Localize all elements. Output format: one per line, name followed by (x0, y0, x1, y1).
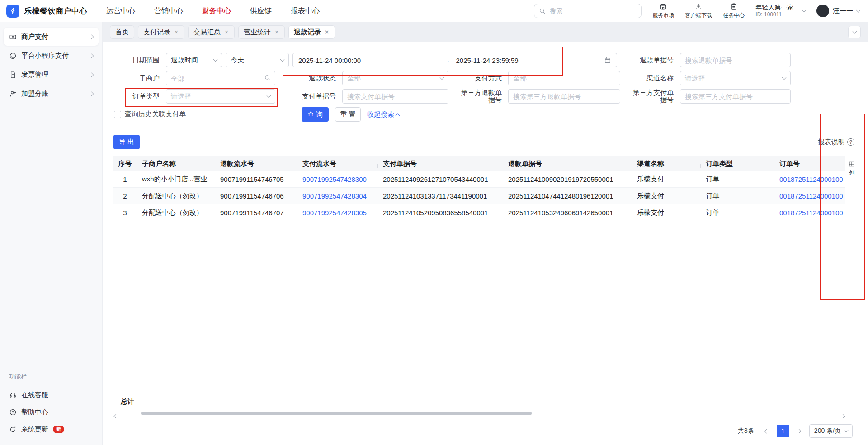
global-search[interactable] (534, 4, 642, 18)
tab-close-icon[interactable] (324, 29, 330, 35)
sidebar-footer: 功能栏 在线客服 帮助中心 系统更新 新 (0, 373, 102, 445)
tab-payment-records[interactable]: 支付记录 (138, 25, 184, 39)
sidebar-item-label: 发票管理 (21, 71, 48, 79)
sidebar-item-franchise-split[interactable]: 加盟分账 (4, 85, 99, 103)
sidebar-item-merchant-pay[interactable]: 商户支付 (4, 28, 99, 46)
pay-no-input[interactable] (342, 89, 448, 104)
sidebar: 商户支付 平台小程序支付 发票管理 加盟 (0, 22, 103, 445)
tab-close-icon[interactable] (274, 29, 279, 35)
nav-operations[interactable]: 运营中心 (106, 6, 135, 16)
order-type-select[interactable]: 订单类型 请选择 (166, 89, 275, 104)
avatar (816, 5, 829, 17)
sidebar-item-miniprogram-pay[interactable]: 平台小程序支付 (4, 47, 99, 65)
scroll-left-icon[interactable] (114, 412, 118, 419)
column-header: 退款流水号 (215, 160, 297, 168)
refund-status-label: 退款状态 (268, 71, 336, 85)
tab-business-stats[interactable]: 营业统计 (238, 25, 285, 39)
order-no-link[interactable]: 00187251124000100 (774, 209, 845, 217)
task-center-button[interactable]: 任务中心 (723, 3, 745, 19)
refund-serial-no: 90071991154746705 (215, 175, 297, 183)
sidebar-item-invoice[interactable]: 发票管理 (4, 66, 99, 84)
merchant-switcher[interactable]: 年轻人第一家... ID: 100011 (755, 4, 806, 19)
user-menu[interactable]: 汪一一 (816, 5, 860, 17)
nav-marketing[interactable]: 营销中心 (154, 6, 183, 16)
tab-label: 交易汇总 (193, 28, 221, 37)
help-icon (9, 408, 17, 416)
tab-close-icon[interactable] (174, 29, 179, 35)
sub-merchant-name: 分配送中心（勿改） (137, 192, 215, 200)
global-search-input[interactable] (549, 7, 637, 15)
table-row: 1 wxh的小小门店...营业 90071991154746705 900719… (113, 171, 845, 188)
next-page-button[interactable] (794, 425, 805, 437)
sidebar-item-label: 帮助中心 (21, 408, 48, 417)
chevron-down-icon (856, 8, 861, 13)
column-header: 支付流水号 (297, 160, 377, 168)
nav-reports[interactable]: 报表中心 (291, 6, 320, 16)
date-range-picker[interactable]: 2025-11-24 00:00:00 2025-11-24 23:59:59 (292, 53, 617, 67)
question-circle-icon (847, 138, 854, 146)
total-label: 总计 (113, 398, 134, 406)
sidebar-item-online-support[interactable]: 在线客服 (9, 386, 93, 403)
scrollbar-thumb[interactable] (141, 412, 532, 415)
client-download-button[interactable]: 客户端下载 (685, 3, 712, 19)
channel-select[interactable]: 渠道名称 请选择 (680, 71, 791, 85)
horizontal-scrollbar[interactable] (113, 410, 845, 417)
pay-method-label: 支付方式 (434, 71, 502, 85)
scroll-right-icon[interactable] (841, 412, 844, 419)
pay-serial-no-link[interactable]: 90071992547428300 (297, 175, 377, 183)
sub-merchant-field: 子商户 (166, 71, 275, 85)
prev-page-button[interactable] (761, 425, 772, 437)
chevron-down-icon (280, 57, 285, 62)
collapse-search-link[interactable]: 收起搜索 (367, 110, 399, 119)
search-button[interactable]: 查 询 (302, 107, 329, 122)
service-market-icon (659, 3, 667, 11)
refund-no-input[interactable] (680, 53, 791, 67)
report-note[interactable]: 报表说明 (818, 138, 854, 147)
date-type-select[interactable]: 日期范围 退款时间 (166, 53, 222, 67)
nav-finance[interactable]: 财务中心 (202, 6, 231, 16)
history-link-checkbox[interactable]: 查询历史关联支付单 (114, 110, 186, 118)
order-type-label: 订单类型 (92, 89, 160, 104)
third-refund-no-input[interactable] (508, 89, 620, 104)
sub-merchant-input[interactable] (166, 71, 275, 85)
pay-serial-no-link[interactable]: 90071992547428304 (297, 192, 377, 200)
sub-merchant-label: 子商户 (92, 71, 160, 85)
sidebar-item-help-center[interactable]: 帮助中心 (9, 403, 93, 421)
tab-home[interactable]: 首页 (110, 25, 134, 39)
row-index: 1 (113, 175, 137, 183)
refund-doc-no: 2025112410532496069142650001 (503, 209, 632, 217)
channel-name: 乐檬支付 (632, 208, 700, 217)
order-no-link[interactable]: 00187251124000100 (774, 175, 845, 183)
payment-icon (9, 33, 17, 41)
order-no-link[interactable]: 00187251124000100 (774, 192, 845, 200)
checkbox-icon[interactable] (114, 111, 121, 118)
date-range-label: 日期范围 (92, 53, 160, 67)
column-settings-label: 列 (849, 169, 855, 177)
sidebar-item-system-update[interactable]: 系统更新 新 (9, 421, 93, 438)
pay-method-select[interactable]: 支付方式 全部 (508, 71, 620, 85)
service-market-button[interactable]: 服务市场 (652, 3, 674, 19)
reset-button[interactable]: 重 置 (335, 107, 361, 122)
franchise-icon (9, 90, 17, 98)
history-link-label: 查询历史关联支付单 (125, 110, 186, 118)
nav-supply-chain[interactable]: 供应链 (250, 6, 272, 16)
sidebar-item-label: 加盟分账 (21, 90, 48, 98)
pay-method-value: 全部 (513, 74, 527, 83)
tab-list-dropdown-button[interactable] (848, 26, 861, 38)
sidebar-item-label: 系统更新 (21, 425, 48, 434)
table-header-row: 序号 子商户名称 退款流水号 支付流水号 支付单据号 退款单据号 渠道名称 订单… (113, 156, 845, 171)
user-name: 汪一一 (833, 7, 853, 15)
pay-serial-no-link[interactable]: 90071992547428305 (297, 209, 377, 217)
tab-close-icon[interactable] (224, 29, 229, 35)
page-size-select[interactable]: 200 条/页 (809, 424, 853, 438)
table-total-row: 总计 (113, 394, 845, 409)
pagination-bar: 共3条 1 200 条/页 (103, 417, 868, 445)
page-number[interactable]: 1 (777, 425, 789, 437)
refund-status-select[interactable]: 退款状态 全部 (342, 71, 448, 85)
tab-refund-records[interactable]: 退款记录 (288, 25, 335, 39)
third-pay-no-input[interactable] (680, 89, 791, 104)
date-preset-select[interactable]: 今天 (226, 53, 289, 67)
column-settings-button[interactable]: 列 (847, 161, 857, 177)
export-button[interactable]: 导 出 (113, 135, 140, 149)
tab-transaction-summary[interactable]: 交易汇总 (188, 25, 235, 39)
